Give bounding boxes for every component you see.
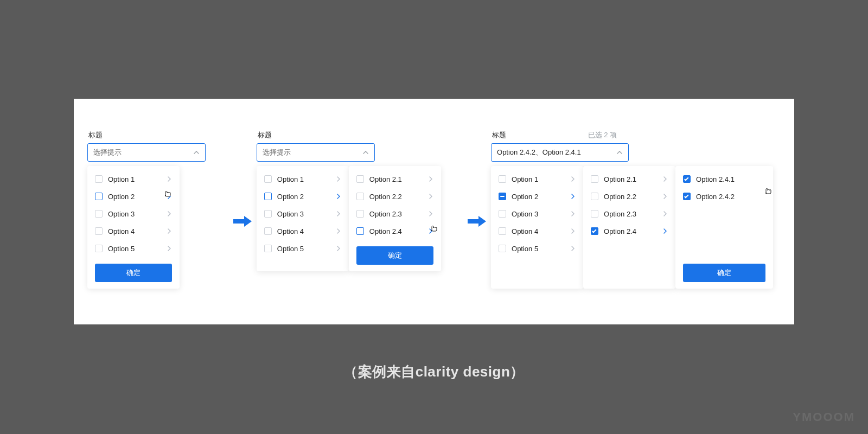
option-label: Option 1: [512, 175, 569, 183]
cascader-option[interactable]: Option 2: [257, 188, 349, 205]
cascader-selected-value: Option 2.4.2、Option 2.4.1: [497, 148, 581, 157]
option-label: Option 5: [108, 245, 165, 253]
chevron-right-icon: [427, 193, 435, 200]
checkbox-icon[interactable]: [591, 193, 598, 200]
chevron-up-icon: [193, 149, 200, 156]
option-label: Option 1: [108, 175, 165, 183]
checkbox-icon[interactable]: [499, 210, 506, 218]
arrow-right-icon: [233, 212, 252, 231]
option-label: Option 4: [512, 227, 569, 235]
cascader-option[interactable]: Option 2.4.2: [675, 188, 773, 205]
checkbox-icon[interactable]: [95, 210, 103, 218]
checkbox-icon[interactable]: [264, 175, 272, 183]
cascader-panel-2: Option 2.1 Option 2.2 Option 2.3 Option …: [583, 166, 675, 289]
checkbox-checked-icon[interactable]: [683, 175, 691, 183]
cascader-option[interactable]: Option 2.3: [349, 205, 441, 222]
option-label: Option 2.3: [604, 210, 661, 218]
chevron-right-icon: [335, 193, 342, 200]
cascader-stage-1: 标题 选择提示 Option 1 Option 2: [87, 130, 228, 289]
option-label: Option 2.4.2: [696, 193, 767, 201]
confirm-button[interactable]: 确定: [683, 264, 765, 282]
cascader-option[interactable]: Option 4: [491, 222, 583, 240]
confirm-button[interactable]: 确定: [356, 246, 433, 265]
checkbox-icon[interactable]: [499, 227, 506, 235]
option-label: Option 2.2: [369, 193, 427, 201]
cascader-option[interactable]: Option 5: [491, 240, 583, 257]
cascader-stage-2: 标题 选择提示 Option 1 Option 2 Option 3 Optio…: [257, 130, 463, 271]
chevron-right-icon: [427, 210, 435, 218]
option-label: Option 1: [277, 175, 335, 183]
chevron-right-icon: [569, 210, 577, 218]
cascader-stage-3: 标题 已选 2 项 Option 2.4.2、Option 2.4.1 Opti…: [491, 130, 783, 289]
checkbox-icon[interactable]: [591, 175, 598, 183]
chevron-right-icon: [165, 210, 173, 218]
confirm-label: 确定: [717, 268, 731, 278]
checkbox-icon[interactable]: [499, 175, 506, 183]
cascader-placeholder: 选择提示: [93, 148, 122, 157]
cascader-option[interactable]: Option 3: [257, 205, 349, 222]
chevron-right-icon: [569, 227, 577, 235]
chevron-right-icon: [335, 210, 342, 218]
checkbox-icon[interactable]: [264, 227, 272, 235]
checkbox-icon[interactable]: [356, 175, 364, 183]
checkbox-icon[interactable]: [95, 193, 103, 200]
chevron-right-icon: [569, 245, 577, 252]
chevron-right-icon: [165, 227, 173, 235]
cascader-input[interactable]: 选择提示: [87, 143, 206, 162]
option-label: Option 5: [277, 245, 335, 253]
checkbox-checked-icon[interactable]: [683, 193, 691, 200]
cascader-option[interactable]: Option 2.2: [583, 188, 675, 205]
option-label: Option 2.3: [369, 210, 427, 218]
cascader-option[interactable]: Option 4: [87, 222, 180, 240]
cascader-option[interactable]: Option 3: [491, 205, 583, 222]
cascader-placeholder: 选择提示: [263, 148, 291, 157]
cascader-option[interactable]: Option 2.2: [349, 188, 441, 205]
option-label: Option 3: [512, 210, 569, 218]
demo-canvas: 标题 选择提示 Option 1 Option 2: [74, 99, 794, 324]
confirm-button[interactable]: 确定: [95, 264, 172, 282]
chevron-right-icon: [661, 210, 669, 218]
chevron-right-icon: [335, 245, 342, 252]
checkbox-icon[interactable]: [356, 227, 364, 235]
cascader-option[interactable]: Option 4: [257, 222, 349, 240]
checkbox-icon[interactable]: [356, 210, 364, 218]
cascader-option[interactable]: Option 5: [87, 240, 180, 257]
chevron-up-icon: [362, 149, 369, 156]
checkbox-icon[interactable]: [591, 210, 598, 218]
checkbox-checked-icon[interactable]: [591, 227, 598, 235]
chevron-right-icon: [165, 175, 173, 183]
chevron-right-icon: [165, 245, 173, 252]
checkbox-icon[interactable]: [499, 245, 506, 252]
option-label: Option 2: [108, 193, 165, 201]
cascader-option[interactable]: Option 2.4: [583, 222, 675, 240]
cascader-option[interactable]: Option 1: [491, 170, 583, 188]
cascader-option[interactable]: Option 2.1: [583, 170, 675, 188]
cascader-option[interactable]: Option 2.4.1: [675, 170, 773, 188]
cascader-option[interactable]: Option 1: [87, 170, 180, 188]
checkbox-icon[interactable]: [95, 175, 103, 183]
cascader-option[interactable]: Option 2.4: [349, 222, 441, 240]
cascader-option[interactable]: Option 5: [257, 240, 349, 257]
checkbox-indeterminate-icon[interactable]: [499, 193, 506, 200]
cascader-input[interactable]: 选择提示: [257, 143, 375, 162]
checkbox-icon[interactable]: [95, 227, 103, 235]
chevron-right-icon: [427, 227, 435, 235]
cascader-input[interactable]: Option 2.4.2、Option 2.4.1: [491, 143, 629, 162]
cascader-option[interactable]: Option 1: [257, 170, 349, 188]
checkbox-icon[interactable]: [264, 210, 272, 218]
caption-text: （案例来自clarity design）: [0, 362, 868, 381]
cascader-option[interactable]: Option 2: [87, 188, 180, 205]
checkbox-icon[interactable]: [264, 245, 272, 252]
chevron-right-icon: [569, 193, 577, 200]
confirm-label: 确定: [388, 251, 402, 260]
option-label: Option 2.4: [604, 227, 661, 235]
field-title: 标题: [88, 130, 103, 140]
checkbox-icon[interactable]: [356, 193, 364, 200]
cascader-option[interactable]: Option 2.3: [583, 205, 675, 222]
checkbox-icon[interactable]: [264, 193, 272, 200]
cascader-option[interactable]: Option 3: [87, 205, 180, 222]
checkbox-icon[interactable]: [95, 245, 103, 252]
field-title: 标题: [258, 130, 272, 140]
cascader-option[interactable]: Option 2: [491, 188, 583, 205]
cascader-option[interactable]: Option 2.1: [349, 170, 441, 188]
